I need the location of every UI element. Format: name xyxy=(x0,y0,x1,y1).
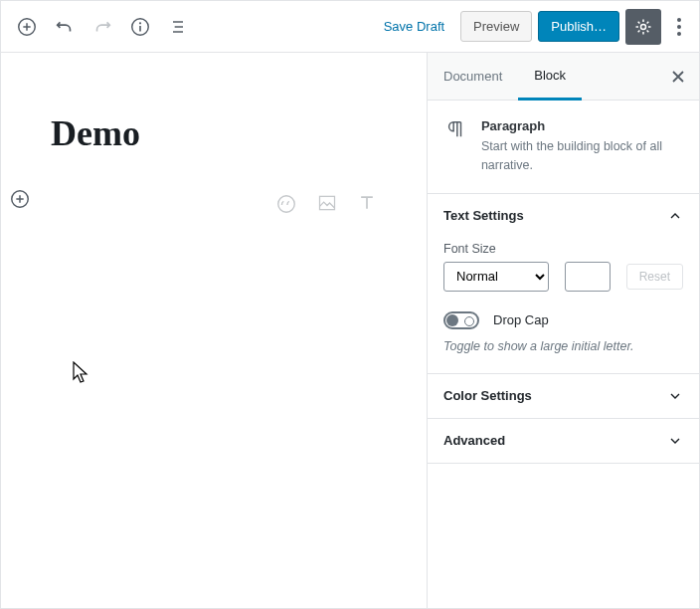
block-placeholder-icons xyxy=(275,193,377,215)
text-settings-title: Text Settings xyxy=(443,208,524,223)
editor-canvas[interactable]: Demo xyxy=(1,53,427,608)
svg-rect-9 xyxy=(320,196,335,209)
font-size-label: Font Size xyxy=(443,242,683,256)
toolbar-right-group: Save Draft Preview Publish… xyxy=(374,9,691,45)
vertical-dots-icon xyxy=(677,18,681,36)
sidebar-close-button[interactable] xyxy=(657,53,699,100)
tab-document[interactable]: Document xyxy=(428,53,518,100)
text-settings-panel-toggle[interactable]: Text Settings xyxy=(428,194,699,238)
svg-point-8 xyxy=(278,196,295,213)
preview-button[interactable]: Preview xyxy=(460,11,532,42)
toolbar-left-group xyxy=(9,9,196,45)
block-info-panel: Paragraph Start with the building block … xyxy=(428,101,699,194)
quote-icon[interactable] xyxy=(275,193,297,215)
color-settings-title: Color Settings xyxy=(443,388,532,403)
color-settings-panel-toggle[interactable]: Color Settings xyxy=(428,374,699,419)
svg-point-3 xyxy=(641,24,646,29)
text-settings-panel-body: Font Size Normal Reset Drop Cap Toggle t… xyxy=(428,238,699,374)
svg-point-4 xyxy=(677,18,681,22)
redo-button[interactable] xyxy=(85,9,120,45)
block-list-button[interactable] xyxy=(160,9,196,45)
paragraph-icon xyxy=(443,118,467,175)
chevron-down-icon xyxy=(667,433,683,449)
close-icon xyxy=(671,70,685,84)
gear-icon xyxy=(633,17,653,37)
svg-point-5 xyxy=(677,25,681,29)
font-size-reset-button[interactable]: Reset xyxy=(626,264,683,290)
block-type-description: Start with the building block of all nar… xyxy=(481,137,683,175)
more-menu-button[interactable] xyxy=(667,9,691,45)
undo-button[interactable] xyxy=(47,9,83,45)
sidebar-tabs: Document Block xyxy=(428,53,699,101)
plus-circle-icon xyxy=(16,16,38,38)
tab-block[interactable]: Block xyxy=(518,54,582,101)
list-icon xyxy=(168,17,188,37)
settings-sidebar: Document Block Paragraph Start with the … xyxy=(427,53,699,608)
mouse-cursor-icon xyxy=(73,361,90,385)
undo-icon xyxy=(54,16,76,38)
plus-circle-icon xyxy=(9,188,31,210)
svg-point-2 xyxy=(139,22,141,24)
chevron-up-icon xyxy=(667,208,683,224)
add-block-button[interactable] xyxy=(9,9,45,45)
image-icon[interactable] xyxy=(317,193,337,213)
font-size-custom-input[interactable] xyxy=(565,262,611,292)
chevron-down-icon xyxy=(667,388,683,404)
advanced-title: Advanced xyxy=(443,433,505,448)
post-title[interactable]: Demo xyxy=(51,93,377,184)
svg-point-6 xyxy=(677,32,681,36)
settings-toggle-button[interactable] xyxy=(625,9,661,45)
block-type-name: Paragraph xyxy=(481,118,683,133)
inline-add-block-button[interactable] xyxy=(9,188,31,210)
content-info-button[interactable] xyxy=(122,9,158,45)
top-toolbar: Save Draft Preview Publish… xyxy=(1,1,699,53)
drop-cap-label: Drop Cap xyxy=(493,312,549,327)
heading-t-icon[interactable] xyxy=(357,193,377,213)
redo-icon xyxy=(91,16,113,38)
font-size-select[interactable]: Normal xyxy=(443,262,549,292)
save-draft-button[interactable]: Save Draft xyxy=(374,9,454,45)
info-circle-icon xyxy=(129,16,151,38)
drop-cap-help-text: Toggle to show a large initial letter. xyxy=(443,339,683,353)
publish-button[interactable]: Publish… xyxy=(538,11,619,42)
empty-paragraph-block[interactable] xyxy=(51,184,377,224)
drop-cap-toggle[interactable] xyxy=(443,311,479,329)
advanced-panel-toggle[interactable]: Advanced xyxy=(428,419,699,464)
